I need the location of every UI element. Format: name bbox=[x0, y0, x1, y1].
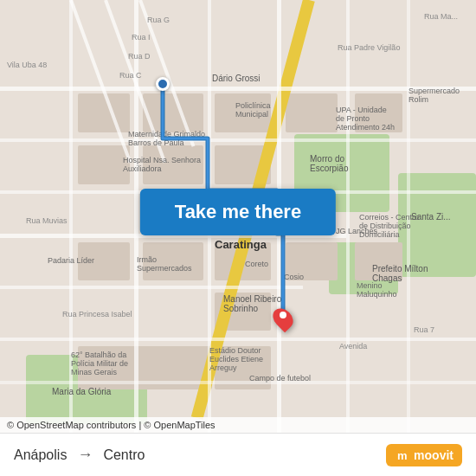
block-3 bbox=[215, 93, 271, 132]
moovit-m-icon: m bbox=[395, 447, 410, 463]
label-dario-grossi: Dário Grossi bbox=[212, 74, 261, 83]
label-rua-7: Rua 7 bbox=[414, 325, 434, 334]
street-v1 bbox=[69, 0, 73, 433]
block-15 bbox=[355, 93, 402, 132]
block-4 bbox=[78, 145, 130, 184]
block-7 bbox=[286, 93, 338, 132]
block-9 bbox=[143, 242, 203, 280]
block-11 bbox=[286, 242, 338, 280]
map-view: Take me there Dário Grossi Morro doEscor… bbox=[0, 0, 476, 433]
street-v2 bbox=[134, 0, 138, 433]
label-rua-ma: Rua Ma... bbox=[424, 12, 458, 21]
street-v5 bbox=[346, 0, 350, 433]
block-5 bbox=[143, 145, 203, 184]
map-attribution: © OpenStreetMap contributors | © OpenMap… bbox=[0, 417, 476, 433]
bottom-bar: Anápolis → Centro m moovit bbox=[0, 433, 476, 476]
take-me-there-button[interactable]: Take me there bbox=[140, 189, 336, 235]
block-1 bbox=[78, 93, 130, 132]
end-marker bbox=[274, 307, 292, 330]
direction-arrow: → bbox=[77, 446, 93, 464]
label-rua-d: Rua D bbox=[128, 52, 151, 61]
label-princesa-isabel: Rua Princesa Isabel bbox=[62, 310, 132, 318]
label-avenida: Avenida bbox=[339, 342, 367, 351]
moovit-logo: m moovit bbox=[386, 444, 462, 466]
attribution-text: © OpenStreetMap contributors | © OpenMap… bbox=[7, 420, 215, 430]
street-h5 bbox=[0, 286, 303, 289]
block-16 bbox=[355, 242, 402, 280]
start-marker bbox=[156, 77, 170, 91]
label-rua-muvias: Rua Muvias bbox=[26, 216, 68, 225]
label-vila-uba: Vila Uba 48 bbox=[7, 61, 47, 69]
svg-text:m: m bbox=[397, 449, 408, 462]
origin-label: Anápolis bbox=[14, 447, 67, 463]
street-v6 bbox=[407, 0, 410, 433]
block-8 bbox=[78, 242, 130, 280]
moovit-logo-text: moovit bbox=[414, 448, 453, 462]
destination-label: Centro bbox=[103, 447, 145, 463]
